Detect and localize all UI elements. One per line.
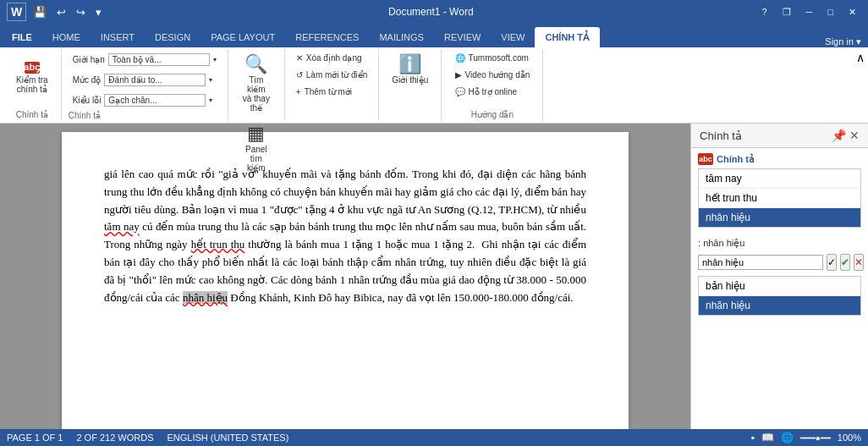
ho-tro-icon: 💬 [455, 87, 465, 96]
error-word-item-2[interactable]: nhân hiệu [699, 208, 860, 227]
panel-button[interactable]: ▦ Paneltìm kiếm [235, 120, 277, 177]
spell-check-icon: abc✓ [25, 55, 40, 74]
suggestions-label: : nhân hiệu [698, 238, 861, 249]
tab-review[interactable]: REVIEW [434, 27, 491, 47]
muc-do-row: Mức độ Đánh dấu to... ▾ [69, 71, 217, 89]
zoom-level[interactable]: 100% [838, 432, 861, 443]
status-bar: PAGE 1 OF 1 2 OF 212 WORDS ENGLISH (UNIT… [0, 429, 868, 446]
tummosoft-btn[interactable]: 🌐 Tummosoft.com [451, 51, 533, 65]
ho-tro-label: Hỗ trợ online [469, 87, 518, 96]
gioi-thieu-button[interactable]: ℹ️ Giới thiệu [386, 51, 434, 89]
kieu-loi-row: Kiểu lỗi Gạch chân... ▾ [69, 91, 217, 109]
spell-section-title: abc Chính tả [698, 153, 861, 165]
title-bar-left: W 💾 ↩ ↪ ▾ [7, 3, 105, 21]
zoom-slider[interactable]: ━━━●━━ [800, 433, 831, 443]
customize-quick-access-button[interactable]: ▾ [92, 4, 105, 20]
kieu-loi-arrow[interactable]: ▾ [209, 96, 212, 104]
kiem-tra-button[interactable]: abc✓ Kiểm trachính tả [10, 51, 54, 98]
tab-references[interactable]: REFERENCES [285, 27, 369, 47]
minimize-button[interactable]: ─ [801, 5, 818, 19]
error-word-het-trun-thu: hết trun thu [191, 238, 245, 251]
sign-in-button[interactable]: Sign in ▾ [818, 36, 868, 47]
spell-section: abc Chính tả tăm nay hết trun thu nhân h… [691, 148, 868, 233]
maximize-button[interactable]: □ [822, 5, 838, 19]
view-reading-icon[interactable]: 📖 [761, 432, 774, 443]
suggestion-item-0[interactable]: bản hiệu [699, 277, 860, 296]
restore-button[interactable]: ❐ [777, 5, 796, 19]
ignore-button[interactable]: ✓ [827, 254, 837, 271]
document-area[interactable]: giá lên cao quá mức rồi "giả vờ" khuyến … [0, 124, 690, 429]
tab-file[interactable]: FILE [2, 27, 42, 47]
huong-dan-content: 🌐 Tummosoft.com ▶ Video hướng dẫn 💬 Hỗ t… [451, 51, 535, 108]
suggestion-item-1[interactable]: nhãn hiệu [699, 296, 860, 315]
tab-chinh-ta[interactable]: CHÍNH TẢ [535, 27, 600, 47]
error-words-list: tăm nay hết trun thu nhân hiệu [698, 168, 861, 228]
muc-do-label: Mức độ [73, 75, 102, 85]
error-word-item-1[interactable]: hết trun thu [699, 189, 860, 208]
panel-icon: ▦ [247, 124, 265, 143]
tab-design[interactable]: DESIGN [145, 27, 201, 47]
document-text[interactable]: giá lên cao quá mức rồi "giả vờ" khuyến … [104, 166, 586, 306]
title-bar: W 💾 ↩ ↪ ▾ Document1 - Word ? ❐ ─ □ ✕ [0, 0, 868, 24]
collapse-ribbon-button[interactable]: ∧ [856, 51, 865, 64]
them-tu-moi-btn[interactable]: + Thêm từ mới [292, 85, 356, 99]
ribbon-tabs: FILE HOME INSERT DESIGN PAGE LAYOUT REFE… [0, 24, 868, 47]
language-indicator[interactable]: ENGLISH (UNITED STATES) [168, 432, 289, 443]
panel-pin-button[interactable]: 📌 [832, 129, 846, 142]
gioi-han-label: Giới hạn [73, 55, 105, 64]
group-controls: Giới hạn Toàn bộ vă... ▾ Mức độ Đánh dấu… [62, 49, 228, 121]
tab-page-layout[interactable]: PAGE LAYOUT [201, 27, 285, 47]
word-count[interactable]: 2 OF 212 WORDS [76, 432, 153, 443]
lam-moi-label: Làm mới từ điển [306, 70, 367, 80]
panel-header: Chính tả 📌 ✕ [691, 124, 868, 148]
tu-dien-content: ✕ Xóa định dạng ↺ Làm mới từ điển + Thêm… [292, 51, 371, 118]
video-btn[interactable]: ▶ Video hướng dẫn [451, 68, 535, 82]
info-icon: ℹ️ [398, 55, 421, 74]
search-icon: 🔍 [244, 55, 267, 74]
ho-tro-btn[interactable]: 💬 Hỗ trợ online [451, 85, 522, 99]
view-web-icon[interactable]: 🌐 [781, 432, 794, 443]
tummosoft-icon: 🌐 [455, 53, 465, 63]
spell-input[interactable] [698, 255, 823, 270]
document-page: giá lên cao quá mức rồi "giả vờ" khuyến … [62, 132, 629, 429]
window-controls: ? ❐ ─ □ ✕ [756, 5, 861, 19]
tab-insert[interactable]: INSERT [91, 27, 145, 47]
suggestions-section: : nhân hiệu ✓ ✔ ✕ bản hiệu nhãn hiệu [691, 233, 868, 321]
muc-do-dropdown[interactable]: Đánh dấu to... [104, 74, 206, 86]
suggestions-list: bản hiệu nhãn hiệu [698, 276, 861, 316]
spell-input-row: ✓ ✔ ✕ [698, 254, 861, 271]
kieu-loi-dropdown[interactable]: Gạch chân... [104, 94, 206, 107]
muc-do-arrow[interactable]: ▾ [209, 76, 212, 84]
help-button[interactable]: ? [756, 5, 772, 19]
tab-home[interactable]: HOME [42, 27, 91, 47]
panel-title: Chính tả [700, 129, 742, 142]
view-normal-icon[interactable]: ▪ [751, 432, 755, 443]
group-huong-dan-label: Hướng dẫn [471, 108, 514, 119]
kiem-tra-content: abc✓ Kiểm trachính tả [10, 51, 54, 108]
page-indicator[interactable]: PAGE 1 OF 1 [7, 432, 63, 443]
spell-abc-icon: abc [698, 153, 713, 165]
error-word-item-0[interactable]: tăm nay [699, 169, 860, 189]
panel-close-button[interactable]: ✕ [849, 129, 860, 142]
group-tu-dien: ✕ Xóa định dạng ↺ Làm mới từ điển + Thêm… [285, 49, 379, 121]
tim-kiem-content: 🔍 Tìm kiếmvà thay thế ▦ Paneltìm kiếm [235, 51, 277, 177]
kiem-tra-label: Kiểm trachính tả [16, 75, 48, 94]
tab-view[interactable]: VIEW [491, 27, 535, 47]
accept-button[interactable]: ✔ [840, 254, 850, 271]
xoa-dinh-dang-btn[interactable]: ✕ Xóa định dạng [292, 51, 366, 65]
undo-button[interactable]: ↩ [53, 4, 69, 20]
redo-button[interactable]: ↪ [73, 4, 89, 20]
tim-kiem-label: Tìm kiếmvà thay thế [241, 75, 272, 113]
gioi-han-arrow[interactable]: ▾ [213, 56, 217, 63]
close-button[interactable]: ✕ [843, 5, 861, 19]
save-button[interactable]: 💾 [30, 4, 50, 20]
lam-moi-btn[interactable]: ↺ Làm mới từ điển [292, 68, 371, 82]
reject-button[interactable]: ✕ [854, 254, 864, 271]
tab-mailings[interactable]: MAILINGS [369, 27, 434, 47]
video-label: Video hướng dẫn [465, 70, 530, 80]
gioi-thieu-content: ℹ️ Giới thiệu [386, 51, 434, 118]
tim-kiem-button[interactable]: 🔍 Tìm kiếmvà thay thế [235, 51, 277, 117]
them-icon: + [296, 87, 301, 96]
spell-section-label: Chính tả [717, 154, 755, 165]
gioi-han-dropdown[interactable]: Toàn bộ vă... [108, 53, 210, 66]
